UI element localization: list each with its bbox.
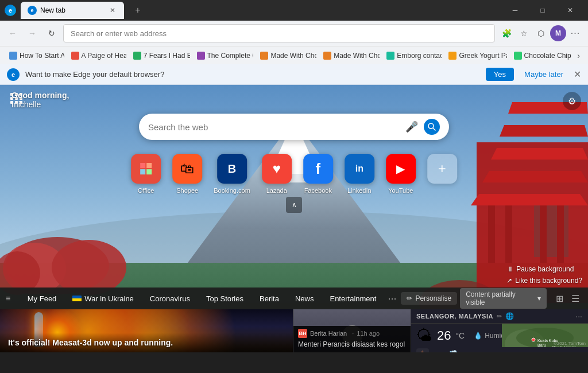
- news-tab-berita[interactable]: Berita: [254, 292, 285, 305]
- close-window-button[interactable]: ✕: [557, 0, 583, 21]
- office-label: Office: [138, 187, 154, 194]
- list-view-icon[interactable]: ☰: [568, 292, 582, 306]
- title-bar: e e New tab ✕ + ─ □ ✕: [0, 0, 588, 21]
- bookmark-item[interactable]: 7 Fears I Had Befor...: [129, 50, 190, 61]
- cloud-icon: ☁: [434, 349, 442, 352]
- weather-header: SELANGOR, MALAYSIA ✏ 🌐 ···: [411, 309, 588, 324]
- quick-links: Office 🛍 Shopee B Booking.com ♥ Lazada f…: [131, 154, 457, 194]
- personalise-label: Personalise: [415, 294, 451, 302]
- weather-unit: °C: [455, 331, 465, 340]
- news-tab-news[interactable]: News: [289, 292, 320, 305]
- news-tab-ukraine[interactable]: War in Ukraine: [67, 292, 139, 305]
- source-name: Berita Harian: [310, 330, 347, 337]
- youtube-label: YouTube: [388, 187, 413, 194]
- minimize-button[interactable]: ─: [502, 0, 528, 21]
- bookmark-label: Made With Choban...: [270, 52, 316, 60]
- news-personalise-area: ✏ Personalise Content partially visible …: [401, 288, 582, 309]
- bookmark-item[interactable]: A Paige of Health -...: [67, 50, 126, 61]
- collections-icon[interactable]: ⬡: [533, 25, 549, 41]
- bookmarks-more-button[interactable]: ›: [574, 50, 583, 61]
- bookmark-item[interactable]: The Complete Guid...: [192, 50, 254, 61]
- weather-edit-icon[interactable]: ✏: [497, 313, 502, 320]
- news-card-weather: SELANGOR, MALAYSIA ✏ 🌐 ··· 🌤 26 °C 💧 Hum…: [411, 309, 588, 352]
- extensions-icon[interactable]: 🧩: [498, 25, 514, 41]
- notification-maybe-button[interactable]: Maybe later: [520, 68, 568, 81]
- forward-button[interactable]: →: [24, 25, 40, 41]
- settings-button[interactable]: ⚙: [563, 92, 581, 110]
- news-tab-ukraine-label: War in Ukraine: [84, 294, 133, 303]
- bookmark-label: How To Start A Blo...: [20, 52, 64, 60]
- news-tab-topstories[interactable]: Top Stories: [200, 292, 249, 305]
- notification-close-button[interactable]: ✕: [574, 69, 581, 80]
- voice-search-icon[interactable]: 🎤: [405, 121, 418, 133]
- news-card-measat[interactable]: It's official! Measat-3d now up and runn…: [0, 309, 293, 352]
- quick-link-lazada[interactable]: ♥ Lazada: [262, 154, 292, 194]
- pause-icon: ⏸: [506, 265, 513, 273]
- collapse-button[interactable]: ∧: [286, 197, 302, 213]
- address-input-container[interactable]: [63, 24, 495, 42]
- bookmark-item[interactable]: Greek Yogurt Panca...: [444, 50, 506, 61]
- favorites-icon[interactable]: ☆: [516, 25, 532, 41]
- weather-condition-icon: 🌤: [416, 326, 432, 345]
- quick-link-youtube[interactable]: ▶ YouTube: [386, 154, 416, 194]
- add-quick-link[interactable]: + add: [427, 154, 457, 194]
- search-button[interactable]: [424, 119, 440, 135]
- tab-favicon: e: [28, 6, 37, 15]
- weather-icons-row: 🌡 ☁ 💨: [411, 347, 588, 352]
- bookmark-item[interactable]: Chocolate Chip Pea...: [509, 50, 572, 61]
- weather-map[interactable]: Kuala Kubu Baru Kuala Lumpu Petaling Ser…: [502, 324, 588, 347]
- quick-link-linkedin[interactable]: in LinkedIn: [345, 154, 374, 194]
- newtab-page: Good morning, michelle ⚙ 🎤 Office: [0, 85, 588, 352]
- quick-link-shopee[interactable]: 🛍 Shopee: [172, 154, 202, 194]
- source-time: 11h ago: [357, 330, 380, 337]
- news-tab-myfeed[interactable]: My Feed: [22, 292, 63, 305]
- profile-icon[interactable]: M: [550, 25, 566, 41]
- french-source: BH Berita Harian · 11h ago: [298, 329, 406, 338]
- new-tab-button[interactable]: +: [130, 2, 146, 18]
- news-menu-icon[interactable]: ≡: [6, 294, 17, 303]
- quick-link-booking[interactable]: B Booking.com: [214, 154, 250, 194]
- bookmark-item[interactable]: How To Start A Blo...: [5, 50, 64, 61]
- more-settings-icon[interactable]: ···: [567, 25, 583, 41]
- refresh-button[interactable]: ↻: [44, 25, 60, 41]
- bookmark-item[interactable]: Made With Choban...: [256, 50, 316, 61]
- weather-temperature: 26: [437, 328, 451, 343]
- quick-link-office[interactable]: Office: [131, 154, 161, 194]
- bookmark-item[interactable]: Emborg contact Asia: [382, 50, 442, 61]
- news-card-french[interactable]: BH Berita Harian · 11h ago Menteri Peran…: [293, 309, 411, 352]
- active-tab[interactable]: e New tab ✕: [21, 2, 124, 19]
- svg-point-33: [532, 338, 535, 341]
- svg-text:Baru: Baru: [537, 343, 546, 347]
- quick-link-facebook[interactable]: f Facebook: [303, 154, 333, 194]
- bookmark-label: Emborg contact Asia: [397, 52, 442, 60]
- bookmark-item[interactable]: Made With Choban...: [319, 50, 380, 61]
- bookmark-favicon: [71, 52, 79, 60]
- search-input[interactable]: [148, 122, 400, 132]
- back-button[interactable]: ←: [5, 25, 21, 41]
- bookmark-label: Made With Choban...: [334, 52, 380, 60]
- bookmark-label: Chocolate Chip Pea...: [524, 52, 572, 60]
- tab-close-button[interactable]: ✕: [108, 6, 117, 15]
- weather-more-button[interactable]: ···: [575, 312, 582, 321]
- french-title: Menteri Perancis disiasat kes rogol: [298, 340, 406, 349]
- news-tab-coronavirus[interactable]: Coronavirus: [144, 292, 196, 305]
- personalise-button[interactable]: ✏ Personalise: [401, 292, 457, 305]
- news-more-button[interactable]: ···: [388, 293, 396, 305]
- address-bar: ← → ↻ 🧩 ☆ ⬡ M ···: [0, 21, 588, 46]
- weather-globe-icon[interactable]: 🌐: [505, 312, 514, 320]
- wind-icon: 💨: [448, 349, 458, 352]
- like-background-button[interactable]: ↗ Like this background?: [506, 277, 582, 285]
- ukraine-flag-icon: [72, 296, 82, 301]
- news-tab-entertainment[interactable]: Entertainment: [324, 292, 382, 305]
- address-input-field[interactable]: [71, 29, 488, 38]
- content-visible-button[interactable]: Content partially visible ▾: [460, 288, 547, 309]
- notification-yes-button[interactable]: Yes: [486, 68, 514, 81]
- french-card-content: BH Berita Harian · 11h ago Menteri Peran…: [293, 326, 411, 352]
- pause-background-button[interactable]: ⏸ Pause background: [506, 265, 582, 273]
- maximize-button[interactable]: □: [529, 0, 556, 21]
- svg-rect-26: [146, 163, 152, 168]
- bookmark-favicon: [9, 52, 17, 60]
- bookmark-favicon: [386, 52, 394, 60]
- card-view-icon[interactable]: ⊞: [553, 292, 566, 306]
- svg-rect-27: [140, 169, 145, 174]
